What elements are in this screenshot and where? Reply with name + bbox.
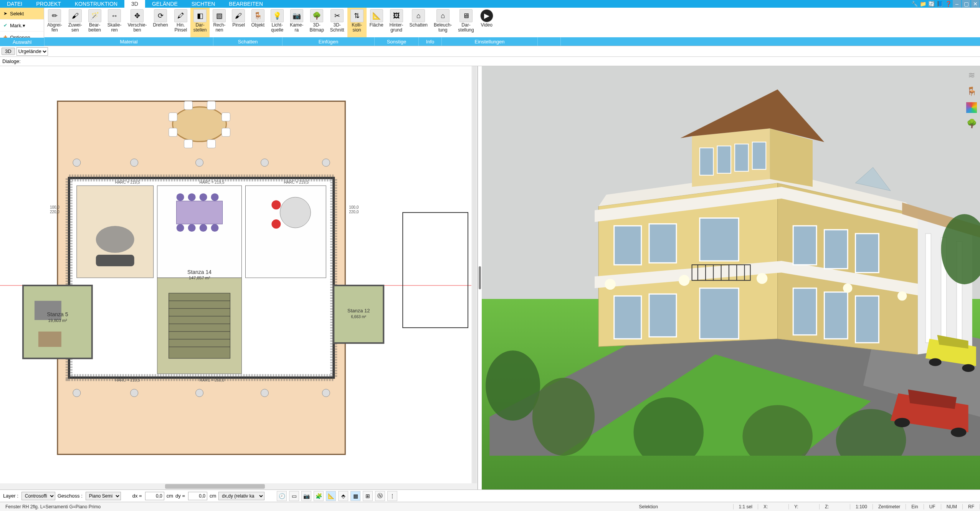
svg-text:100,0: 100,0	[50, 205, 59, 209]
svg-point-19	[177, 193, 184, 201]
tool-icon[interactable]: 🔧	[911, 0, 918, 8]
pane-splitter[interactable]	[478, 66, 482, 489]
ribbon-tool-20[interactable]: 🖥Dar- stellung	[455, 8, 477, 37]
ribbon-tool-1[interactable]: 🖌Zuwei- sen	[65, 8, 85, 37]
svg-point-53	[322, 159, 330, 166]
ribbon-tool-21[interactable]: ▶Video	[477, 8, 496, 37]
ribbon-tool-icon: 🖌	[232, 9, 245, 22]
palette-icon[interactable]	[965, 101, 978, 114]
tree-icon[interactable]: 🌳	[965, 118, 978, 130]
ribbon-tool-icon: 🖌	[69, 9, 82, 22]
ribbon-tool-7[interactable]: ◧Dar- stellen	[190, 8, 210, 37]
svg-rect-48	[207, 139, 216, 148]
ribbon-tool-3[interactable]: ↔Skalie- ren	[104, 8, 125, 37]
menu-gelaende[interactable]: GELÄNDE	[145, 0, 185, 8]
ribbon-tool-15[interactable]: ⇅Kolli- sion	[347, 8, 367, 37]
layer-select[interactable]: Controsoffi	[21, 492, 55, 500]
refresh-icon[interactable]: 🔄	[927, 0, 935, 8]
svg-point-21	[200, 193, 207, 201]
svg-point-110	[679, 275, 689, 286]
svg-point-127	[951, 428, 967, 437]
plan-h-scrollbar[interactable]	[0, 483, 478, 489]
mark-button[interactable]: ✔Mark. ▾	[0, 20, 44, 32]
ribbon-tool-icon: 💡	[271, 9, 284, 22]
help-icon[interactable]: ❓	[944, 0, 952, 8]
furniture-icon[interactable]: 🪑	[965, 85, 978, 98]
svg-rect-92	[824, 230, 848, 269]
svg-point-109	[605, 279, 615, 290]
menu-konstruktion[interactable]: KONSTRUKTION	[68, 0, 124, 8]
svg-point-23	[177, 224, 184, 232]
close-button[interactable]: ✕	[971, 0, 980, 8]
ribbon-tool-11[interactable]: 💡Licht- quelle	[268, 8, 287, 37]
dy-input[interactable]	[188, 492, 207, 500]
area-icon[interactable]: ▦	[350, 491, 360, 501]
svg-text:220,0: 220,0	[50, 210, 59, 214]
ribbon-tool-0[interactable]: ✏Abgrei- fen	[44, 8, 65, 37]
ribbon-tool-10[interactable]: 🪑Objekt	[248, 8, 268, 37]
ribbon-tool-14[interactable]: ✂3D- Schnitt	[327, 8, 347, 37]
cursor-icon: ➤	[2, 10, 8, 17]
plan-v-scrollbar[interactable]	[471, 66, 478, 483]
coord-mode-select[interactable]: dx,dy (relativ ka	[218, 492, 264, 500]
selekt-button[interactable]: ➤Selekt	[0, 8, 44, 20]
terrain-select[interactable]: Urgelände	[17, 47, 48, 56]
stack-icon[interactable]: 🧩	[314, 491, 324, 501]
ribbon-tool-label: Video	[481, 23, 492, 28]
maximize-button[interactable]: ▢	[962, 0, 970, 8]
angle-icon[interactable]: 📐	[326, 491, 336, 501]
ribbon-tool-6[interactable]: 🖍Hin. Pinsel	[171, 8, 190, 37]
more-icon[interactable]: ⋮	[387, 491, 397, 501]
plan-view[interactable]: Stanza 5 19,803 m² Stanza 12 6,663 m² St…	[0, 66, 478, 489]
grid-icon[interactable]: ⊞	[363, 491, 373, 501]
history-icon[interactable]: 🕘	[277, 491, 287, 501]
menu-sichten[interactable]: SICHTEN	[185, 0, 222, 8]
menu-3d[interactable]: 3D	[124, 0, 145, 8]
svg-rect-43	[222, 113, 230, 121]
minimize-button[interactable]: –	[953, 0, 961, 8]
north-icon[interactable]: Ⓝ	[375, 491, 385, 501]
ribbon-tool-19[interactable]: ⌂Beleuch- tung	[431, 8, 455, 37]
ribbon-tool-4[interactable]: ✥Verschie- ben	[124, 8, 150, 37]
ribbon-tool-2[interactable]: 🪄Bear- beiten	[85, 8, 104, 37]
camera-icon[interactable]: 📷	[301, 491, 311, 501]
ribbon-tool-label: Beleuch- tung	[434, 23, 452, 33]
ribbon-tool-13[interactable]: 🌳3D- Bitmap	[307, 8, 327, 37]
dialog-row: Dialoge:	[0, 57, 980, 66]
svg-text:19,803 m²: 19,803 m²	[48, 318, 67, 323]
ribbon-tool-icon: ▧	[213, 9, 226, 22]
svg-point-26	[211, 224, 219, 232]
svg-rect-47	[184, 139, 193, 148]
ribbon-tool-18[interactable]: ⌂Schatten	[407, 8, 431, 37]
ribbon-tool-12[interactable]: 📷Kame- ra	[287, 8, 306, 37]
ribbon-group-set: Einstellungen	[442, 37, 538, 46]
rect-icon[interactable]: ▭	[289, 491, 299, 501]
folder-icon[interactable]: 📁	[919, 0, 927, 8]
menu-bearbeiten[interactable]: BEARBEITEN	[222, 0, 270, 8]
ribbon-tool-5[interactable]: ⟳Drehen	[150, 8, 171, 37]
geschoss-select[interactable]: Piano Semi	[86, 492, 121, 500]
shape-icon[interactable]: ⬘	[338, 491, 348, 501]
svg-rect-18	[177, 201, 223, 224]
svg-point-112	[843, 284, 852, 293]
ribbon-tool-17[interactable]: 🖼Hinter- grund	[387, 8, 407, 37]
layers-icon[interactable]: ≋	[965, 69, 978, 81]
book-icon[interactable]: 📘	[936, 0, 944, 8]
menu-datei[interactable]: DATEI	[0, 0, 29, 8]
dx-input[interactable]	[145, 492, 164, 500]
floor-plan-canvas[interactable]: Stanza 5 19,803 m² Stanza 12 6,663 m² St…	[0, 66, 478, 489]
menu-projekt[interactable]: PROJEKT	[29, 0, 68, 8]
svg-point-57	[261, 389, 268, 397]
svg-text:HARC = 219,5: HARC = 219,5	[115, 378, 140, 382]
window-icons: 🔧 📁 🔄 📘 ❓ – ▢ ✕	[910, 0, 980, 8]
ribbon-tool-8[interactable]: ▧Rech- nen	[210, 8, 229, 37]
ribbon-group-mat: Material	[45, 37, 213, 46]
svg-rect-95	[824, 292, 848, 339]
svg-point-25	[200, 224, 207, 232]
svg-rect-96	[856, 296, 879, 343]
dialog-label: Dialoge:	[2, 58, 21, 64]
3d-view[interactable]	[482, 66, 980, 489]
ribbon-tool-16[interactable]: 📐Fläche	[367, 8, 387, 37]
ribbon-tool-9[interactable]: 🖌Pinsel	[229, 8, 248, 37]
ribbon-tool-label: Hin. Pinsel	[174, 23, 187, 33]
